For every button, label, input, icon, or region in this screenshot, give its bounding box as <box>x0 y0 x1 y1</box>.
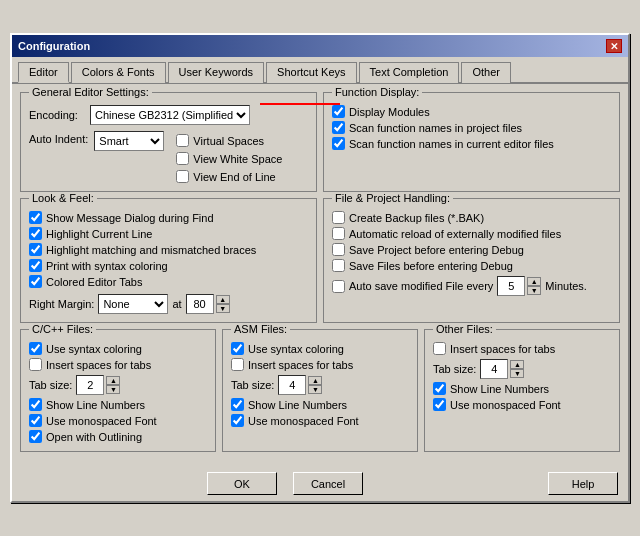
asm-monospaced-checkbox[interactable] <box>231 414 244 427</box>
function-display-title: Function Display: <box>332 86 422 98</box>
cpp-monospaced-checkbox[interactable] <box>29 414 42 427</box>
cpp-tab-spinner: ▲ ▼ <box>76 375 120 395</box>
margin-increment-button[interactable]: ▲ <box>216 295 230 304</box>
asm-tab-increment-button[interactable]: ▲ <box>308 376 322 385</box>
cpp-insert-spaces-checkbox[interactable] <box>29 358 42 371</box>
virtual-spaces-checkbox[interactable] <box>176 134 189 147</box>
auto-save-value-input[interactable] <box>497 276 525 296</box>
tab-editor[interactable]: Editor <box>18 62 69 83</box>
display-modules-row: Display Modules <box>332 105 611 118</box>
tab-shortcut-keys[interactable]: Shortcut Keys <box>266 62 356 83</box>
other-tab-increment-button[interactable]: ▲ <box>510 360 524 369</box>
margin-spinner: ▲ ▼ <box>186 294 230 314</box>
cpp-show-line-numbers-label: Show Line Numbers <box>46 399 145 411</box>
auto-indent-select[interactable]: Smart <box>94 131 164 151</box>
asm-files-title: ASM Files: <box>231 323 290 335</box>
auto-save-label: Auto save modified File every <box>349 280 493 292</box>
create-backup-checkbox[interactable] <box>332 211 345 224</box>
scan-editor-checkbox[interactable] <box>332 137 345 150</box>
other-show-line-numbers-checkbox[interactable] <box>433 382 446 395</box>
auto-indent-label: Auto Indent: <box>29 131 88 145</box>
asm-insert-spaces-label: Insert spaces for tabs <box>248 359 353 371</box>
asm-tab-decrement-button[interactable]: ▼ <box>308 385 322 394</box>
asm-show-line-numbers-label: Show Line Numbers <box>248 399 347 411</box>
main-content: General Editor Settings: Encoding: Chine… <box>12 84 628 466</box>
save-project-debug-checkbox[interactable] <box>332 243 345 256</box>
asm-tab-size-label: Tab size: <box>231 379 274 391</box>
auto-save-spinner: ▲ ▼ <box>497 276 541 296</box>
right-margin-select[interactable]: None <box>98 294 168 314</box>
configuration-window: Configuration ✕ Editor Colors & Fonts Us… <box>10 33 630 503</box>
encoding-label: Encoding: <box>29 109 84 121</box>
scan-editor-row: Scan function names in current editor fi… <box>332 137 611 150</box>
scan-project-checkbox[interactable] <box>332 121 345 134</box>
auto-save-checkbox[interactable] <box>332 280 345 293</box>
look-feel-title: Look & Feel: <box>29 192 97 204</box>
view-end-of-line-checkbox[interactable] <box>176 170 189 183</box>
cpp-use-syntax-label: Use syntax coloring <box>46 343 142 355</box>
highlight-braces-checkbox[interactable] <box>29 243 42 256</box>
cpp-tab-size-input[interactable] <box>76 375 104 395</box>
auto-reload-checkbox[interactable] <box>332 227 345 240</box>
help-button[interactable]: Help <box>548 472 618 495</box>
window-title: Configuration <box>18 40 90 52</box>
tab-user-keywords[interactable]: User Keywords <box>168 62 265 83</box>
asm-use-syntax-checkbox[interactable] <box>231 342 244 355</box>
button-bar: OK Cancel Help <box>12 466 628 501</box>
cpp-open-outlining-checkbox[interactable] <box>29 430 42 443</box>
other-monospaced-checkbox[interactable] <box>433 398 446 411</box>
asm-tab-spinner: ▲ ▼ <box>278 375 322 395</box>
colored-editor-tabs-checkbox[interactable] <box>29 275 42 288</box>
cpp-use-syntax-checkbox[interactable] <box>29 342 42 355</box>
file-project-title: File & Project Handling: <box>332 192 453 204</box>
tab-colors-fonts[interactable]: Colors & Fonts <box>71 62 166 83</box>
tab-bar: Editor Colors & Fonts User Keywords Shor… <box>12 57 628 84</box>
right-margin-label: Right Margin: <box>29 298 94 310</box>
virtual-spaces-row: Virtual Spaces <box>176 134 282 147</box>
general-editor-title: General Editor Settings: <box>29 86 152 98</box>
cpp-tab-increment-button[interactable]: ▲ <box>106 376 120 385</box>
tab-text-completion[interactable]: Text Completion <box>359 62 460 83</box>
cancel-button[interactable]: Cancel <box>293 472 363 495</box>
auto-save-increment-button[interactable]: ▲ <box>527 277 541 286</box>
cpp-tab-size-label: Tab size: <box>29 379 72 391</box>
auto-reload-label: Automatic reload of externally modified … <box>349 228 561 240</box>
other-tab-size-input[interactable] <box>480 359 508 379</box>
asm-tab-size-input[interactable] <box>278 375 306 395</box>
other-show-line-numbers-label: Show Line Numbers <box>450 383 549 395</box>
other-insert-spaces-label: Insert spaces for tabs <box>450 343 555 355</box>
asm-insert-spaces-checkbox[interactable] <box>231 358 244 371</box>
save-files-debug-checkbox[interactable] <box>332 259 345 272</box>
print-syntax-checkbox[interactable] <box>29 259 42 272</box>
close-button[interactable]: ✕ <box>606 39 622 53</box>
scan-project-row: Scan function names in project files <box>332 121 611 134</box>
cpp-open-outlining-label: Open with Outlining <box>46 431 142 443</box>
other-tab-size-label: Tab size: <box>433 363 476 375</box>
margin-value-input[interactable] <box>186 294 214 314</box>
view-end-of-line-row: View End of Line <box>176 170 282 183</box>
ok-button[interactable]: OK <box>207 472 277 495</box>
show-message-dialog-checkbox[interactable] <box>29 211 42 224</box>
cpp-show-line-numbers-checkbox[interactable] <box>29 398 42 411</box>
other-tab-decrement-button[interactable]: ▼ <box>510 369 524 378</box>
virtual-spaces-label: Virtual Spaces <box>193 135 264 147</box>
scan-project-label: Scan function names in project files <box>349 122 522 134</box>
tab-other[interactable]: Other <box>461 62 511 83</box>
cpp-insert-spaces-label: Insert spaces for tabs <box>46 359 151 371</box>
view-white-space-row: View White Space <box>176 152 282 165</box>
asm-show-line-numbers-checkbox[interactable] <box>231 398 244 411</box>
auto-save-decrement-button[interactable]: ▼ <box>527 286 541 295</box>
other-insert-spaces-checkbox[interactable] <box>433 342 446 355</box>
scan-editor-label: Scan function names in current editor fi… <box>349 138 554 150</box>
view-white-space-checkbox[interactable] <box>176 152 189 165</box>
other-monospaced-label: Use monospaced Font <box>450 399 561 411</box>
cpp-tab-decrement-button[interactable]: ▼ <box>106 385 120 394</box>
margin-decrement-button[interactable]: ▼ <box>216 304 230 313</box>
colored-editor-tabs-label: Colored Editor Tabs <box>46 276 142 288</box>
other-files-title: Other Files: <box>433 323 496 335</box>
encoding-select[interactable]: Chinese GB2312 (Simplified) <box>90 105 250 125</box>
at-label: at <box>172 298 181 310</box>
display-modules-checkbox[interactable] <box>332 105 345 118</box>
highlight-current-line-checkbox[interactable] <box>29 227 42 240</box>
cpp-monospaced-label: Use monospaced Font <box>46 415 157 427</box>
